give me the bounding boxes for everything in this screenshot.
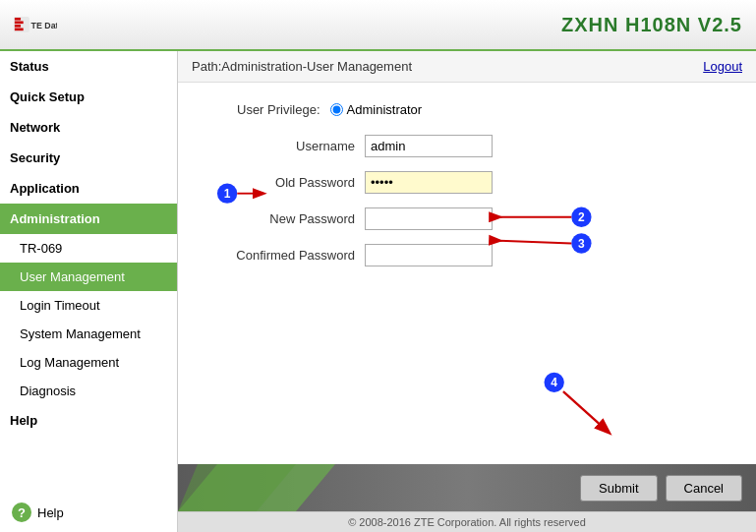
sidebar-item-status[interactable]: Status	[0, 51, 177, 82]
confirmed-password-row: Confirmed Password	[207, 244, 727, 266]
submit-button[interactable]: Submit	[580, 475, 657, 502]
device-title: ZXHN H108N V2.5	[561, 14, 742, 36]
layout: Status Quick Setup Network Security Appl…	[0, 51, 756, 532]
sidebar-item-diagnosis[interactable]: Diagnosis	[0, 377, 177, 405]
copyright: © 2008-2016 ZTE Corporation. All rights …	[178, 511, 756, 532]
path-text: Path:Administration-User Management	[192, 59, 412, 74]
footer-wrapper: Submit Cancel	[178, 464, 756, 511]
old-password-label: Old Password	[207, 175, 365, 190]
sidebar-item-help[interactable]: Help	[0, 405, 177, 436]
old-password-row: Old Password	[207, 171, 727, 194]
sidebar-item-administration[interactable]: Administration	[0, 204, 177, 234]
logo: TE Data	[14, 7, 61, 42]
username-input[interactable]	[365, 135, 493, 157]
path-bar: Path:Administration-User Management Logo…	[178, 51, 756, 83]
privilege-radio[interactable]	[330, 103, 343, 116]
svg-rect-2	[15, 21, 24, 24]
help-area[interactable]: ? Help	[0, 493, 177, 532]
sidebar-item-application[interactable]: Application	[0, 173, 177, 204]
te-data-logo: TE Data	[14, 7, 57, 42]
sidebar: Status Quick Setup Network Security Appl…	[0, 51, 178, 532]
privilege-value: Administrator	[347, 102, 423, 117]
username-label: Username	[207, 139, 365, 153]
sidebar-item-system-management[interactable]: System Management	[0, 320, 177, 348]
svg-rect-3	[15, 25, 21, 28]
svg-rect-1	[15, 18, 21, 21]
svg-text:TE Data: TE Data	[31, 21, 57, 30]
help-label: Help	[37, 505, 64, 520]
privilege-radio-option: Administrator	[330, 102, 423, 117]
footer-deco	[178, 464, 335, 511]
old-password-input[interactable]	[365, 171, 493, 194]
svg-point-15	[545, 373, 564, 392]
confirmed-password-input[interactable]	[365, 244, 493, 266]
content-area: User Privilege: Administrator Username O…	[178, 83, 756, 464]
sidebar-item-security[interactable]: Security	[0, 143, 177, 173]
new-password-label: New Password	[207, 211, 365, 226]
privilege-row: User Privilege: Administrator	[207, 102, 727, 117]
svg-line-17	[563, 391, 609, 433]
help-icon: ?	[12, 502, 31, 522]
username-row: Username	[207, 135, 727, 157]
new-password-input[interactable]	[365, 207, 493, 230]
sidebar-item-log-management[interactable]: Log Management	[0, 348, 177, 377]
svg-text:4: 4	[551, 376, 557, 389]
sidebar-item-tr069[interactable]: TR-069	[0, 234, 177, 263]
main-panel: Path:Administration-User Management Logo…	[178, 51, 756, 532]
sidebar-item-quick-setup[interactable]: Quick Setup	[0, 82, 177, 112]
logout-link[interactable]: Logout	[703, 59, 742, 74]
new-password-row: New Password	[207, 207, 727, 230]
privilege-label: User Privilege:	[237, 102, 320, 117]
sidebar-item-user-management[interactable]: User Management	[0, 263, 177, 291]
sidebar-item-login-timeout[interactable]: Login Timeout	[0, 291, 177, 320]
header: TE Data ZXHN H108N V2.5	[0, 0, 756, 51]
svg-rect-4	[15, 29, 24, 31]
cancel-button[interactable]: Cancel	[666, 475, 742, 502]
sidebar-item-network[interactable]: Network	[0, 112, 177, 143]
confirmed-password-label: Confirmed Password	[207, 248, 365, 263]
